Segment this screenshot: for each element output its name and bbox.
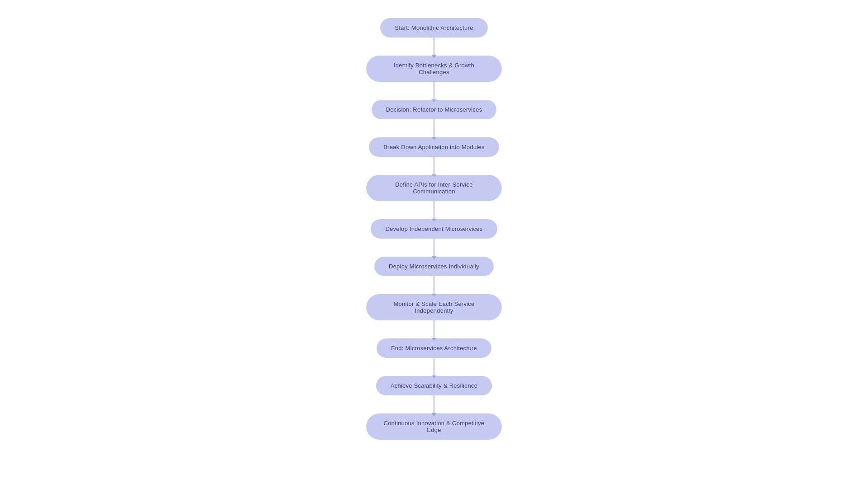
node-identify: Identify Bottlenecks & Growth Challenges: [366, 56, 502, 82]
connector-2: [434, 119, 434, 137]
node-develop: Develop Independent Microservices: [371, 219, 497, 239]
connector-9: [434, 395, 434, 413]
connector-5: [434, 239, 434, 257]
connector-1: [434, 82, 434, 100]
connector-0: [434, 38, 434, 56]
connector-6: [434, 276, 434, 294]
node-breakdown: Break Down Application into Modules: [369, 137, 499, 157]
node-deploy: Deploy Microservices Individually: [374, 257, 494, 276]
flowchart: Start: Monolithic Architecture Identify …: [357, 9, 511, 449]
connector-8: [434, 358, 434, 376]
node-scalability: Achieve Scalability & Resilience: [376, 376, 492, 395]
node-innovation: Continuous Innovation & Competitive Edge: [366, 413, 502, 440]
node-define-apis: Define APIs for Inter-Service Communicat…: [366, 175, 502, 201]
node-monitor: Monitor & Scale Each Service Independent…: [366, 294, 502, 320]
node-decision: Decision: Refactor to Microservices: [372, 100, 497, 119]
connector-7: [434, 320, 434, 338]
connector-4: [434, 201, 434, 219]
node-end: End: Microservices Architecture: [377, 338, 491, 358]
node-start: Start: Monolithic Architecture: [380, 18, 487, 38]
connector-3: [434, 157, 434, 175]
